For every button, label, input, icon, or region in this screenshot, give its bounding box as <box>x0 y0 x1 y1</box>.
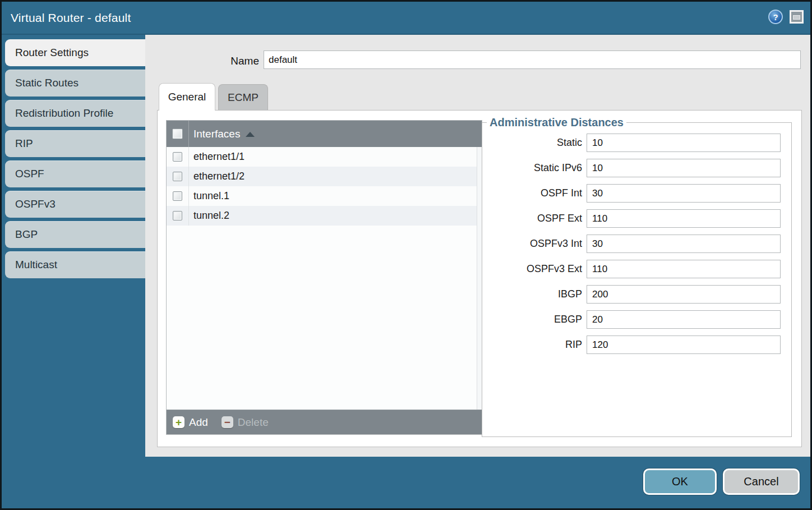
sidebar-item-label: Static Routes <box>15 77 79 89</box>
sidebar-item[interactable]: Static Routes <box>5 70 145 97</box>
cancel-button[interactable]: Cancel <box>723 468 800 495</box>
distance-field-label: Static <box>482 137 587 149</box>
row-checkbox[interactable] <box>173 152 182 162</box>
distance-field-row: OSPFv3 Int <box>482 235 791 253</box>
distance-field-row: IBGP <box>482 285 791 304</box>
interface-name: tunnel.2 <box>193 210 229 222</box>
table-row[interactable]: ethernet1/1 <box>167 147 482 167</box>
tab-general-label: General <box>168 91 206 103</box>
select-all-checkbox[interactable] <box>172 128 183 139</box>
window-restore-inner <box>793 15 800 20</box>
interfaces-column-header: Interfaces <box>193 128 240 140</box>
delete-button[interactable]: − Delete <box>222 416 269 429</box>
general-tab-panel: Interfaces ethernet1/1 <box>157 110 802 447</box>
distance-field-row: Static <box>482 134 791 152</box>
sidebar-item-label: RIP <box>15 137 33 150</box>
distance-field-label: OSPFv3 Ext <box>482 263 587 275</box>
sidebar: Router Settings Static Routes Redistribu… <box>5 39 145 282</box>
distance-field-row: OSPF Int <box>482 184 791 203</box>
name-label: Name <box>203 55 259 67</box>
titlebar-icons: ? <box>768 10 804 24</box>
sidebar-item[interactable]: Redistribution Profile <box>5 100 145 127</box>
distance-input[interactable] <box>587 159 781 177</box>
titlebar: Virtual Router - default ? <box>2 2 810 35</box>
tab-ecmp[interactable]: ECMP <box>218 84 268 110</box>
sidebar-item[interactable]: BGP <box>5 221 145 248</box>
delete-icon: − <box>222 416 233 428</box>
interfaces-table: Interfaces ethernet1/1 <box>166 120 482 435</box>
row-checkbox-cell <box>167 186 189 206</box>
tab-ecmp-label: ECMP <box>228 91 259 104</box>
name-input[interactable] <box>264 50 801 69</box>
sidebar-item-label: Redistribution Profile <box>15 107 113 120</box>
distance-field-row: EBGP <box>482 310 791 329</box>
distance-field-label: RIP <box>482 339 587 351</box>
distance-field-label: IBGP <box>482 288 587 300</box>
row-checkbox[interactable] <box>173 191 182 201</box>
distance-input[interactable] <box>587 285 781 304</box>
dialog-title: Virtual Router - default <box>11 11 131 25</box>
sidebar-item-label: Multicast <box>15 259 57 271</box>
administrative-distances-fieldset: Administrative Distances Static Static I… <box>482 116 792 437</box>
table-scrollbar[interactable] <box>477 147 482 410</box>
content-area: Name General ECMP Interfaces <box>145 35 810 457</box>
sidebar-item[interactable]: OSPFv3 <box>5 191 145 218</box>
distance-field-row: OSPF Ext <box>482 209 791 228</box>
distance-field-row: OSPFv3 Ext <box>482 260 791 278</box>
distance-field-label: OSPF Int <box>482 187 587 199</box>
table-row[interactable]: tunnel.2 <box>167 206 482 226</box>
row-checkbox-cell <box>167 147 189 167</box>
add-button-label: Add <box>189 416 208 429</box>
ok-button[interactable]: OK <box>643 468 717 495</box>
row-checkbox[interactable] <box>173 211 182 220</box>
distance-field-row: RIP <box>482 336 791 354</box>
table-row[interactable]: tunnel.1 <box>167 186 482 206</box>
sidebar-item[interactable]: OSPF <box>5 160 145 187</box>
distance-field-label: Static IPv6 <box>482 162 587 174</box>
distance-input[interactable] <box>587 260 781 278</box>
tab-general[interactable]: General <box>159 83 215 111</box>
row-checkbox-cell <box>167 167 189 186</box>
interface-name: ethernet1/1 <box>193 151 244 163</box>
sort-ascending-icon <box>246 132 255 137</box>
sidebar-item[interactable]: RIP <box>5 130 145 157</box>
table-row[interactable]: ethernet1/2 <box>167 167 482 186</box>
distance-field-label: OSPF Ext <box>482 213 587 224</box>
sidebar-item-label: OSPF <box>15 168 44 180</box>
sidebar-item-label: OSPFv3 <box>15 198 56 210</box>
add-button[interactable]: + Add <box>173 416 208 429</box>
help-glyph: ? <box>773 12 778 22</box>
delete-button-label: Delete <box>238 416 269 429</box>
sidebar-item[interactable]: Multicast <box>5 251 145 278</box>
distance-field-label: OSPFv3 Int <box>482 238 587 250</box>
interfaces-table-header[interactable]: Interfaces <box>167 121 482 147</box>
interface-name: ethernet1/2 <box>193 171 244 182</box>
select-all-cell <box>167 121 189 147</box>
distance-input[interactable] <box>587 209 781 228</box>
sidebar-item[interactable]: Router Settings <box>5 39 145 66</box>
table-toolbar: + Add − Delete <box>167 410 482 434</box>
sidebar-item-label: BGP <box>15 228 38 241</box>
distance-input[interactable] <box>587 134 781 152</box>
window-restore-icon[interactable] <box>790 10 804 24</box>
row-checkbox-cell <box>167 206 189 226</box>
help-icon[interactable]: ? <box>768 10 783 24</box>
distance-input[interactable] <box>587 235 781 253</box>
distance-input[interactable] <box>587 184 781 203</box>
add-icon: + <box>173 416 184 428</box>
row-checkbox[interactable] <box>173 172 182 181</box>
interfaces-table-body: ethernet1/1 ethernet1/2 tunnel.1 <box>167 147 482 410</box>
administrative-distances-legend: Administrative Distances <box>487 116 626 129</box>
distance-field-label: EBGP <box>482 314 587 325</box>
distance-input[interactable] <box>587 336 781 354</box>
distance-input[interactable] <box>587 310 781 329</box>
distance-field-row: Static IPv6 <box>482 159 791 177</box>
sidebar-item-label: Router Settings <box>15 47 89 59</box>
interface-name: tunnel.1 <box>193 190 229 202</box>
